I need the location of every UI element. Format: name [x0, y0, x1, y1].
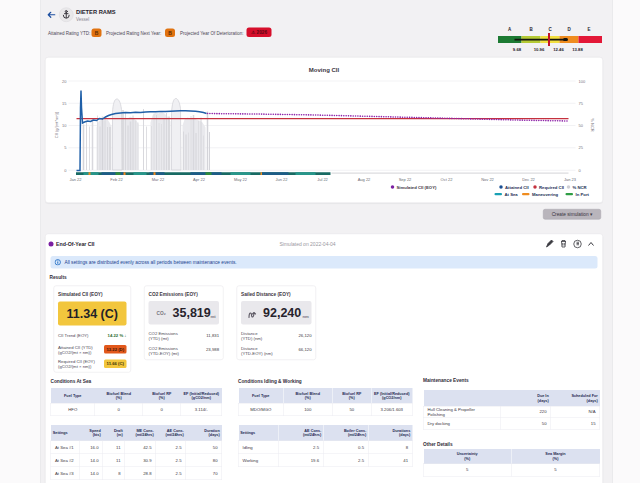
svg-text:Feb 22: Feb 22	[110, 177, 123, 182]
svg-text:Dec 22: Dec 22	[522, 177, 535, 182]
svg-text:Required CII: Required CII	[539, 185, 564, 190]
svg-text:Simulated CII (EOY): Simulated CII (EOY)	[397, 185, 437, 190]
svg-text:50: 50	[579, 123, 584, 128]
svg-text:Nov 22: Nov 22	[481, 177, 494, 182]
svg-text:13.88: 13.88	[572, 47, 583, 52]
svg-text:Jun 22: Jun 22	[275, 177, 288, 182]
svg-text:Jan 23: Jan 23	[564, 177, 577, 182]
svg-text:Mar 22: Mar 22	[152, 177, 165, 182]
svg-text:CII (g/(mt*nm)): CII (g/(mt*nm))	[54, 111, 59, 138]
svg-text:5: 5	[64, 145, 67, 150]
svg-text:10: 10	[62, 123, 67, 128]
svg-text:Attained CII: Attained CII	[505, 185, 529, 190]
svg-text:15: 15	[62, 101, 67, 106]
svg-text:D: D	[567, 27, 571, 32]
svg-text:20: 20	[62, 79, 67, 84]
svg-text:At Sea: At Sea	[505, 192, 519, 197]
svg-text:Apr 22: Apr 22	[193, 177, 206, 182]
svg-text:B: B	[529, 27, 533, 32]
svg-text:E: E	[587, 27, 590, 32]
svg-text:C: C	[548, 27, 552, 32]
svg-text:25: 25	[579, 145, 584, 150]
svg-text:75: 75	[579, 101, 584, 106]
svg-text:May 22: May 22	[234, 177, 248, 182]
svg-text:% NCR: % NCR	[573, 185, 587, 190]
svg-text:10.96: 10.96	[534, 47, 545, 52]
svg-text:Maneuvering: Maneuvering	[532, 192, 559, 197]
svg-text:Aug 22: Aug 22	[358, 177, 371, 182]
svg-text:9.68: 9.68	[513, 47, 522, 52]
svg-text:Jul 22: Jul 22	[317, 177, 328, 182]
svg-text:% NCR: % NCR	[590, 118, 595, 131]
svg-text:12.46: 12.46	[553, 47, 564, 52]
svg-text:A: A	[508, 27, 512, 32]
svg-text:100: 100	[579, 79, 586, 84]
svg-text:0: 0	[64, 168, 67, 173]
svg-text:Oct 22: Oct 22	[441, 177, 454, 182]
svg-text:In Port: In Port	[576, 192, 590, 197]
svg-text:Jan 22: Jan 22	[69, 177, 82, 182]
svg-text:Sep 22: Sep 22	[399, 177, 412, 182]
svg-text:0: 0	[579, 168, 582, 173]
